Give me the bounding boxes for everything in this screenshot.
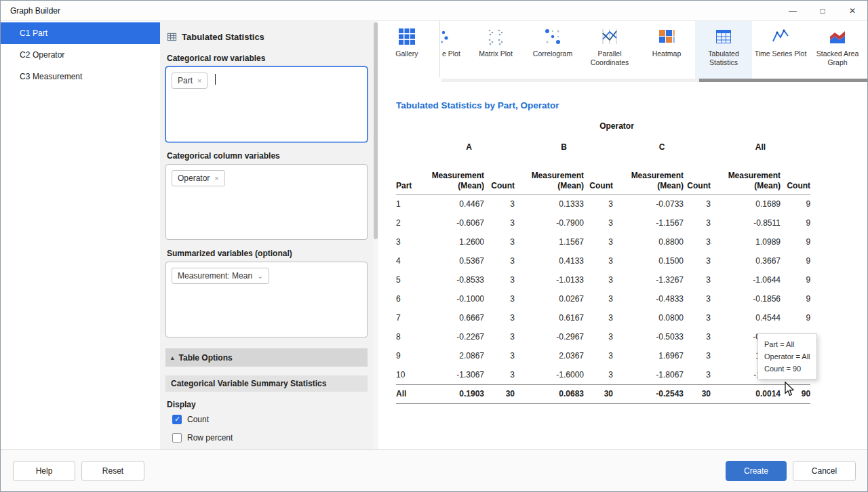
stats-row: 6-0.100030.02673-0.48333-0.18569 — [396, 289, 810, 308]
row-variables-dropzone[interactable]: Part × — [165, 66, 368, 142]
remove-chip-icon[interactable]: × — [214, 174, 218, 182]
empty-header-cell — [396, 121, 423, 135]
builder-panel: Tabulated Statistics Categorical row var… — [160, 21, 378, 449]
builder-panel-scrollbar[interactable] — [373, 21, 378, 449]
value-cell: 3 — [684, 213, 711, 232]
value-cell: -0.2267 — [423, 327, 484, 346]
column-item-operator[interactable]: C2 Operator — [1, 44, 160, 66]
checkbox-count[interactable]: Count — [172, 415, 368, 424]
gallery-item-matrix-plot[interactable]: Matrix Plot — [467, 21, 524, 79]
value-cell: 3 — [584, 346, 613, 365]
row-label-cell: 5 — [396, 270, 423, 289]
checkbox-label: Count — [187, 415, 209, 424]
gallery-item-e-plot[interactable]: e Plot — [441, 21, 467, 79]
row-label-cell: 10 — [396, 365, 423, 384]
value-cell: 3 — [484, 289, 515, 308]
stats-table: Operator A B C All Part Measurement (Mea… — [396, 121, 810, 404]
value-cell: -1.6000 — [515, 365, 584, 384]
stats-row: 8-0.22673-0.29673-0.50333-0.34229 — [396, 327, 810, 346]
value-cell: -0.0733 — [613, 194, 684, 213]
column-variables-dropzone[interactable]: Operator × — [165, 164, 368, 240]
value-cell: 3 — [584, 308, 613, 327]
row-dimension-header: Part — [396, 158, 423, 194]
variable-chip-measurement-mean[interactable]: Measurement: Mean ⌄ — [172, 268, 269, 284]
parallel-coordinates-icon — [600, 27, 619, 46]
value-cell: 9 — [781, 194, 810, 213]
column-item-part[interactable]: C1 Part — [1, 22, 160, 44]
row-label-cell: All — [396, 384, 423, 403]
stats-row: 31.260031.156730.880031.09899 — [396, 232, 810, 251]
gallery-item-tabulated-statistics[interactable]: Tabulated Statistics — [695, 21, 752, 79]
level-header-b: B — [515, 135, 613, 158]
stats-table-body: 10.446730.13333-0.073330.168992-0.60673-… — [396, 194, 810, 403]
scrollbar-thumb[interactable] — [374, 22, 378, 239]
column-id: C3 — [1, 72, 33, 81]
value-cell: 3 — [484, 327, 515, 346]
maximize-button[interactable]: □ — [808, 1, 837, 20]
close-button[interactable]: ✕ — [837, 1, 867, 20]
column-item-measurement[interactable]: C3 Measurement — [1, 66, 160, 87]
help-button[interactable]: Help — [13, 461, 75, 481]
variable-chip-operator[interactable]: Operator × — [172, 170, 225, 186]
value-cell: 0.0800 — [613, 308, 684, 327]
summarized-variables-dropzone[interactable]: Measurement: Mean ⌄ — [165, 262, 368, 337]
value-cell: -1.0644 — [711, 270, 781, 289]
grid-icon — [397, 27, 416, 46]
chevron-down-icon[interactable]: ⌄ — [257, 273, 263, 279]
row-label-cell: 3 — [396, 232, 423, 251]
gallery-item-heatmap[interactable]: Heatmap — [638, 21, 695, 79]
mouse-cursor — [783, 382, 796, 397]
gallery-item-stacked-area-graph[interactable]: Stacked Area Graph — [809, 21, 866, 79]
value-cell: 0.0683 — [515, 384, 584, 403]
remove-chip-icon[interactable]: × — [197, 77, 201, 85]
gallery-separator — [439, 21, 440, 77]
value-cell: 0.1333 — [515, 194, 584, 213]
value-cell: -0.5033 — [613, 327, 684, 346]
gallery-item-label: Stacked Area Graph — [809, 49, 866, 67]
title-bar: Graph Builder — □ ✕ — [1, 1, 867, 21]
value-cell: -1.3267 — [613, 270, 684, 289]
variable-chip-part[interactable]: Part × — [172, 73, 208, 89]
value-cell: 0.4133 — [515, 251, 584, 270]
empty-header-cell — [396, 135, 423, 158]
checkbox-row-percent[interactable]: Row percent — [172, 433, 368, 443]
table-options-header[interactable]: ▴ Table Options — [165, 348, 368, 367]
tooltip-line: Count = 90 — [764, 363, 810, 375]
minimize-button[interactable]: — — [778, 1, 808, 20]
value-cell: -0.4833 — [613, 289, 684, 308]
value-cell: 0.4467 — [423, 194, 484, 213]
column-variables-label: Categorical column variables — [167, 151, 368, 161]
gallery-item-time-series-plot[interactable]: Time Series Plot — [752, 21, 809, 79]
row-label-cell: 6 — [396, 289, 423, 308]
reset-button[interactable]: Reset — [81, 461, 144, 481]
window-title: Graph Builder — [1, 6, 60, 16]
builder-title: Tabulated Statistics — [182, 32, 264, 42]
value-cell: 0.1903 — [423, 384, 484, 403]
graph-builder-window: Graph Builder — □ ✕ C1 Part C2 Operator … — [0, 0, 868, 492]
stats-row: 92.086732.036731.696731.94009 — [396, 346, 810, 365]
text-caret — [215, 74, 216, 85]
gallery-scrollbar[interactable] — [441, 79, 868, 82]
worksheet-columns-sidebar: C1 Part C2 Operator C3 Measurement — [1, 21, 160, 449]
column-id: C1 — [1, 28, 33, 38]
create-button[interactable]: Create — [726, 461, 787, 481]
value-cell: 0.0014 — [711, 384, 781, 403]
stats-row: 10.446730.13333-0.073330.16899 — [396, 194, 810, 213]
value-cell: 0.6167 — [515, 308, 584, 327]
gallery-item-parallel-coordinates[interactable]: Parallel Coordinates — [581, 21, 638, 79]
scrollbar-thumb[interactable] — [699, 79, 868, 82]
value-cell: 3 — [684, 232, 711, 251]
gallery-item-gallery[interactable]: Gallery — [378, 21, 435, 79]
display-label: Display — [167, 400, 368, 409]
bubble-plot-icon — [441, 27, 452, 46]
time-series-plot-icon — [771, 27, 790, 46]
window-controls: — □ ✕ — [778, 1, 867, 20]
value-cell: 3 — [584, 213, 613, 232]
gallery-item-correlogram[interactable]: Correlogram — [524, 21, 581, 79]
checkbox-box[interactable] — [172, 433, 182, 443]
value-cell: 0.1689 — [711, 194, 781, 213]
checkbox-label: Row percent — [187, 433, 233, 443]
cancel-button[interactable]: Cancel — [793, 461, 856, 481]
checkbox-box[interactable] — [172, 415, 182, 424]
value-cell: 0.1500 — [613, 251, 684, 270]
